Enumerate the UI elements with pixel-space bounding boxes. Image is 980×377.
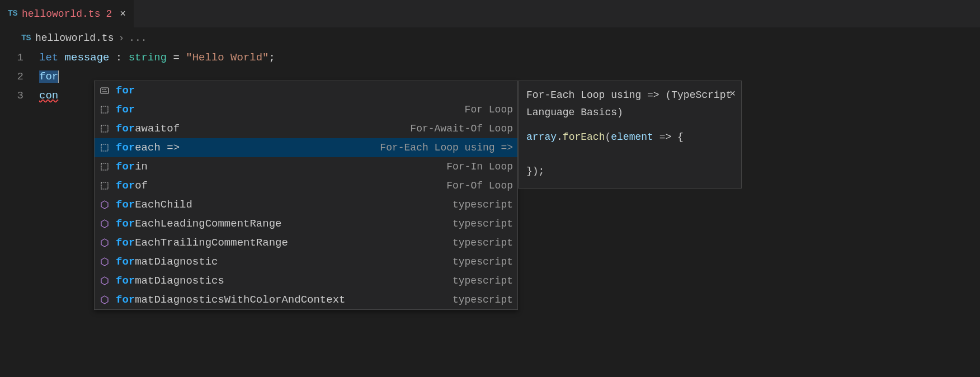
- autocomplete-popup[interactable]: forforFor LoopforawaitofFor-Await-Of Loo…: [94, 81, 518, 310]
- breadcrumb[interactable]: TS helloworld.ts › ...: [0, 28, 980, 46]
- autocomplete-item-detail: typescript: [453, 237, 513, 248]
- editor-tab[interactable]: TS helloworld.ts 2 ×: [0, 0, 134, 27]
- code-line: 1 let message : string = "Hello World";: [0, 48, 980, 67]
- typescript-file-icon: TS: [8, 9, 17, 18]
- autocomplete-item[interactable]: foreach =>For-Each Loop using =>: [95, 138, 517, 157]
- autocomplete-item[interactable]: forofFor-Of Loop: [95, 176, 517, 195]
- doc-snippet: array.forEach(element => { });: [526, 129, 733, 180]
- suggestion-documentation-panel: × For-Each Loop using => (TypeScript Lan…: [518, 81, 742, 189]
- code-editor[interactable]: 1 let message : string = "Hello World"; …: [0, 46, 980, 105]
- code-content[interactable]: con: [39, 89, 58, 102]
- autocomplete-item-detail: For Loop: [465, 104, 513, 115]
- autocomplete-item-label: forof: [116, 180, 148, 192]
- tab-problem-count: 2: [106, 8, 112, 20]
- autocomplete-item[interactable]: formatDiagnostictypescript: [95, 252, 517, 271]
- tab-filename: helloworld.ts: [22, 8, 100, 20]
- autocomplete-item-detail: typescript: [453, 275, 513, 286]
- svg-rect-5: [101, 106, 108, 113]
- autocomplete-item[interactable]: forEachTrailingCommentRangetypescript: [95, 233, 517, 252]
- snippet-icon: [99, 143, 110, 152]
- code-content[interactable]: let message : string = "Hello World";: [39, 51, 275, 64]
- function-icon: [99, 238, 110, 247]
- autocomplete-item-label: forEachLeadingCommentRange: [116, 218, 281, 230]
- autocomplete-item-detail: typescript: [453, 294, 513, 305]
- autocomplete-item[interactable]: formatDiagnosticstypescript: [95, 271, 517, 290]
- autocomplete-item-label: forEachTrailingCommentRange: [116, 237, 288, 249]
- close-icon[interactable]: ×: [729, 86, 736, 103]
- autocomplete-item[interactable]: forEachChildtypescript: [95, 195, 517, 214]
- autocomplete-item-label: formatDiagnostics: [116, 275, 224, 287]
- autocomplete-item-label: foreach =>: [116, 142, 180, 154]
- autocomplete-item[interactable]: forFor Loop: [95, 100, 517, 119]
- autocomplete-item[interactable]: for: [95, 81, 517, 100]
- autocomplete-item-label: for: [116, 84, 135, 97]
- close-icon[interactable]: ×: [120, 8, 126, 20]
- snippet-icon: [99, 181, 110, 190]
- autocomplete-item[interactable]: forEachLeadingCommentRangetypescript: [95, 214, 517, 233]
- svg-rect-8: [101, 163, 108, 170]
- autocomplete-item-label: formatDiagnosticsWithColorAndContext: [116, 294, 345, 306]
- code-content[interactable]: for: [39, 70, 59, 83]
- svg-rect-9: [101, 182, 108, 189]
- snippet-icon: [99, 105, 110, 114]
- autocomplete-item-label: forawaitof: [116, 122, 180, 135]
- autocomplete-item-detail: typescript: [453, 218, 513, 229]
- autocomplete-item-detail: typescript: [453, 199, 513, 210]
- autocomplete-item-detail: typescript: [453, 256, 513, 267]
- autocomplete-item-detail: For-Of Loop: [446, 180, 513, 191]
- function-icon: [99, 276, 110, 285]
- line-number: 2: [0, 70, 39, 83]
- breadcrumb-file: helloworld.ts: [35, 32, 114, 44]
- autocomplete-item[interactable]: forinFor-In Loop: [95, 157, 517, 176]
- autocomplete-item-label: forEachChild: [116, 199, 192, 211]
- function-icon: [99, 295, 110, 304]
- typescript-file-icon: TS: [21, 34, 31, 43]
- breadcrumb-more: ...: [129, 32, 147, 44]
- svg-rect-7: [101, 144, 108, 151]
- autocomplete-item[interactable]: formatDiagnosticsWithColorAndContexttype…: [95, 290, 517, 309]
- autocomplete-item-label: forin: [116, 161, 148, 173]
- autocomplete-item-detail: For-Each Loop using =>: [380, 142, 513, 153]
- svg-rect-0: [101, 88, 109, 93]
- chevron-right-icon: ›: [118, 32, 124, 44]
- autocomplete-item-label: for: [116, 103, 135, 116]
- snippet-icon: [99, 124, 110, 133]
- autocomplete-item-detail: For-In Loop: [446, 161, 513, 172]
- doc-title: For-Each Loop using => (TypeScript Langu…: [526, 87, 733, 121]
- svg-rect-6: [101, 125, 108, 132]
- function-icon: [99, 200, 110, 209]
- snippet-icon: [99, 162, 110, 171]
- autocomplete-item-detail: For-Await-Of Loop: [410, 123, 513, 134]
- function-icon: [99, 219, 110, 228]
- line-number: 3: [0, 89, 39, 102]
- function-icon: [99, 257, 110, 266]
- tab-bar: TS helloworld.ts 2 ×: [0, 0, 980, 28]
- autocomplete-item-label: formatDiagnostic: [116, 256, 218, 268]
- autocomplete-item[interactable]: forawaitofFor-Await-Of Loop: [95, 119, 517, 138]
- line-number: 1: [0, 51, 39, 64]
- text-cursor: [58, 70, 59, 83]
- keyword-icon: [99, 86, 110, 95]
